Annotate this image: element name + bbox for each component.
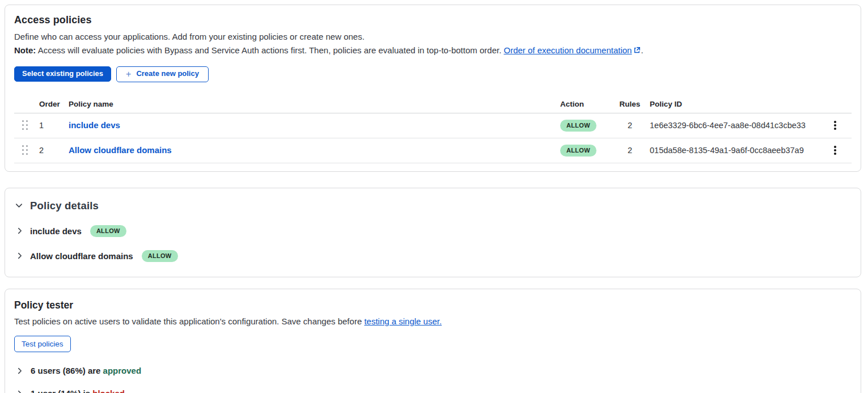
chevron-right-icon[interactable]	[15, 226, 24, 235]
test-policies-button[interactable]: Test policies	[14, 336, 71, 353]
policy-detail-name: Allow cloudflare domains	[30, 251, 133, 261]
row-order: 1	[39, 121, 69, 130]
policy-detail-item: include devs ALLOW	[15, 225, 852, 237]
create-new-policy-label: Create new policy	[136, 70, 199, 78]
table-row: 2 Allow cloudflare domains ALLOW 2 015da…	[14, 138, 852, 163]
header-action: Action	[560, 100, 610, 108]
policy-actions-row: Select existing policies + Create new po…	[14, 66, 852, 82]
chevron-right-icon[interactable]	[15, 389, 24, 393]
result-text: 1 user (14%) is blocked	[31, 388, 125, 393]
tester-result-row: 1 user (14%) is blocked	[15, 388, 852, 393]
access-policies-card: Access policies Define who can access yo…	[5, 5, 861, 172]
header-policy-id: Policy ID	[650, 100, 825, 108]
tester-button-row: Test policies	[14, 336, 852, 353]
row-order: 2	[39, 146, 69, 155]
note-text: Access will evaluate policies with Bypas…	[36, 45, 503, 55]
note-label: Note:	[14, 45, 36, 55]
drag-handle-icon[interactable]	[22, 145, 30, 156]
header-policy-name: Policy name	[69, 100, 560, 108]
policy-details-title: Policy details	[30, 200, 99, 212]
page: Access policies Define who can access yo…	[0, 0, 868, 393]
policy-details-card: Policy details include devs ALLOW Allow …	[5, 188, 861, 277]
chevron-right-icon[interactable]	[15, 366, 24, 375]
note-suffix: .	[641, 45, 643, 55]
policy-detail-name: include devs	[30, 226, 82, 236]
policy-name-link[interactable]: Allow cloudflare domains	[69, 145, 172, 155]
policy-detail-item: Allow cloudflare domains ALLOW	[15, 250, 852, 262]
row-rules: 2	[610, 146, 650, 155]
tester-result-row: 6 users (86%) are approved	[15, 366, 852, 375]
action-pill: ALLOW	[142, 250, 178, 262]
kebab-menu-icon[interactable]	[830, 119, 840, 132]
action-pill: ALLOW	[560, 120, 596, 132]
select-existing-policies-button[interactable]: Select existing policies	[14, 66, 111, 82]
tester-description-text: Test policies on active users to validat…	[14, 316, 364, 326]
status-blocked: blocked	[92, 388, 125, 393]
external-link-icon	[633, 44, 641, 57]
policy-details-toggle[interactable]: Policy details	[14, 200, 852, 212]
status-approved: approved	[103, 366, 142, 375]
table-row: 1 include devs ALLOW 2 1e6e3329-6bc6-4ee…	[14, 113, 852, 138]
policies-table: Order Policy name Action Rules Policy ID…	[14, 96, 852, 163]
policy-tester-description: Test policies on active users to validat…	[14, 316, 852, 326]
plus-icon: +	[126, 70, 131, 79]
chevron-down-icon	[14, 201, 23, 210]
policy-tester-title: Policy tester	[14, 299, 852, 311]
test-single-user-link[interactable]: testing a single user.	[364, 316, 442, 326]
action-pill: ALLOW	[560, 145, 596, 157]
row-rules: 2	[610, 121, 650, 130]
access-policies-description: Define who can access your applications.…	[14, 30, 852, 43]
chevron-right-icon[interactable]	[15, 251, 24, 260]
header-rules: Rules	[610, 100, 650, 108]
access-policies-note: Note: Access will evaluate policies with…	[14, 44, 852, 57]
row-policy-id: 015da58e-8135-49a1-9a6f-0cc8aeeb37a9	[650, 146, 825, 155]
create-new-policy-button[interactable]: + Create new policy	[116, 66, 209, 82]
access-policies-title: Access policies	[14, 14, 852, 26]
drag-handle-icon[interactable]	[22, 120, 30, 131]
row-policy-id: 1e6e3329-6bc6-4ee7-aa8e-08d41c3cbe33	[650, 121, 825, 130]
policy-name-link[interactable]: include devs	[69, 120, 120, 130]
policy-tester-card: Policy tester Test policies on active us…	[5, 289, 861, 393]
policies-table-header: Order Policy name Action Rules Policy ID	[14, 96, 852, 113]
result-text: 6 users (86%) are approved	[31, 366, 141, 375]
action-pill: ALLOW	[90, 225, 126, 237]
header-order: Order	[39, 100, 69, 108]
order-of-execution-doc-link[interactable]: Order of execution documentation	[503, 45, 632, 55]
kebab-menu-icon[interactable]	[830, 144, 840, 157]
